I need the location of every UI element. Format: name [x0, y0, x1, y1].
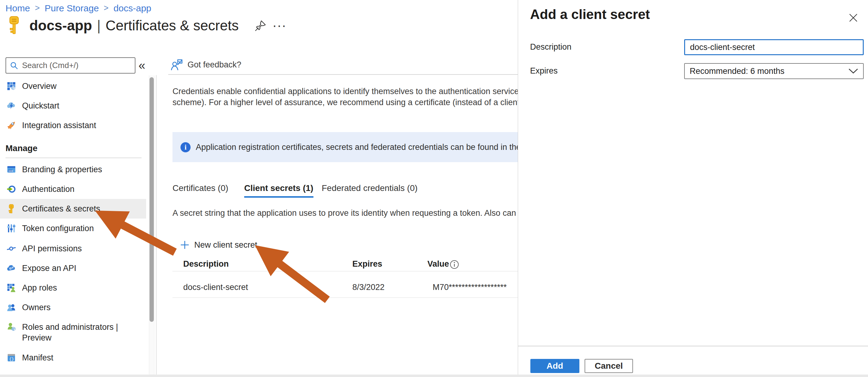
description-label: Description	[530, 42, 571, 52]
plug-icon	[7, 244, 16, 253]
divider	[518, 346, 868, 346]
people-icon	[7, 303, 16, 312]
client-secrets-description: A secret string that the application use…	[173, 208, 518, 218]
new-client-secret-button[interactable]: New client secret	[180, 238, 257, 252]
sidebar-item-owners[interactable]: Owners	[0, 298, 146, 317]
intro-text: Credentials enable confidential applicat…	[173, 86, 518, 108]
sidebar-scrollbar[interactable]	[149, 76, 154, 377]
sidebar-item-branding-properties[interactable]: www Branding & properties	[0, 160, 146, 179]
tab-federated-credentials[interactable]: Federated credentials (0)	[322, 182, 417, 196]
sidebar-item-quickstart[interactable]: Quickstart	[0, 96, 146, 116]
grid-person-icon	[7, 283, 16, 292]
browser-icon: www	[7, 165, 16, 174]
sidebar-item-expose-an-api[interactable]: Expose an API	[0, 258, 146, 278]
tab-client-secrets[interactable]: Client secrets (1)	[244, 182, 313, 198]
svg-text:{}: {}	[9, 357, 14, 361]
info-icon: i	[181, 142, 191, 152]
cell-value: M70******************	[433, 283, 507, 292]
sidebar-item-token-configuration[interactable]: Token configuration	[0, 219, 146, 238]
value-info-icon[interactable]	[450, 260, 459, 269]
sidebar-item-label: Overview	[22, 82, 57, 91]
sign-in-icon	[7, 184, 16, 194]
sidebar-section-manage: Manage	[5, 143, 37, 153]
sidebar-item-label: Certificates & secrets	[22, 204, 100, 214]
info-banner: i Application registration certificates,…	[173, 132, 518, 162]
chevron-down-icon	[848, 68, 858, 74]
expires-selected-value: Recommended: 6 months	[690, 66, 784, 76]
cell-expires: 8/3/2022	[352, 283, 384, 292]
got-feedback-button[interactable]: Got feedback?	[170, 58, 242, 71]
feedback-icon	[170, 58, 183, 71]
pin-icon[interactable]	[254, 20, 267, 32]
panel-title: Add a client secret	[530, 7, 650, 22]
column-header-expires: Expires	[352, 259, 382, 269]
description-input[interactable]	[684, 39, 864, 55]
more-options-button[interactable]: ...	[273, 15, 287, 30]
rocket-icon	[7, 121, 16, 130]
sidebar-item-label: API permissions	[22, 244, 82, 254]
sidebar-item-authentication[interactable]: Authentication	[0, 179, 146, 199]
new-client-secret-label: New client secret	[194, 240, 257, 250]
person-cube-icon	[7, 322, 16, 331]
scrollbar-thumb[interactable]	[150, 77, 154, 322]
table-divider	[173, 297, 518, 298]
key-icon	[7, 204, 16, 213]
svg-text:www: www	[8, 170, 13, 172]
expires-label: Expires	[530, 66, 558, 76]
column-header-description: Description	[183, 259, 229, 269]
table-divider	[173, 271, 518, 271]
sidebar-item-certificates-secrets[interactable]: Certificates & secrets	[0, 199, 146, 219]
close-icon[interactable]	[848, 12, 859, 23]
plus-icon	[180, 240, 189, 250]
sidebar-item-label: App roles	[22, 283, 57, 293]
sidebar-item-label: Owners	[22, 303, 51, 312]
sidebar-item-label: Integration assistant	[22, 121, 96, 130]
code-file-icon: {}	[7, 353, 16, 362]
tab-certificates[interactable]: Certificates (0)	[173, 182, 228, 196]
sidebar-item-label: Quickstart	[22, 101, 59, 111]
window-bottom-edge	[0, 375, 868, 377]
sidebar-item-label: Expose an API	[22, 264, 76, 273]
sidebar-item-label: Manifest	[22, 353, 53, 362]
quickstart-icon	[7, 101, 16, 110]
sidebar-item-api-permissions[interactable]: API permissions	[0, 239, 146, 258]
sidebar-item-overview[interactable]: Overview	[0, 76, 146, 96]
sidebar-item-label: Token configuration	[22, 224, 94, 233]
divider	[5, 157, 142, 158]
got-feedback-label: Got feedback?	[187, 60, 242, 69]
cancel-button[interactable]: Cancel	[585, 359, 633, 373]
sidebar-item-manifest[interactable]: {} Manifest	[0, 348, 146, 368]
info-banner-text: Application registration certificates, s…	[196, 132, 518, 162]
divider	[156, 75, 157, 377]
cell-description: docs-client-secret	[183, 283, 248, 292]
azure-portal-page: Home > Pure Storage > docs-app docs-app|…	[0, 0, 868, 377]
divider	[168, 74, 518, 75]
sidebar: Overview Quickstart Integration assi	[0, 0, 146, 377]
expires-select[interactable]: Recommended: 6 months	[684, 63, 864, 79]
sliders-icon	[7, 224, 16, 233]
sidebar-item-integration-assistant[interactable]: Integration assistant	[0, 116, 146, 135]
overview-icon	[7, 82, 16, 91]
sidebar-item-label: Roles and administrators | Preview	[22, 322, 118, 343]
add-button[interactable]: Add	[530, 359, 579, 373]
add-client-secret-panel: Add a client secret Description Expires …	[518, 0, 868, 377]
sidebar-item-label: Branding & properties	[22, 165, 102, 174]
sidebar-item-roles-and-administrators[interactable]: Roles and administrators | Preview	[0, 318, 146, 348]
arrow-to-new-client-secret	[246, 233, 337, 312]
sidebar-item-label: Authentication	[22, 184, 74, 194]
cloud-gears-icon	[7, 264, 16, 273]
sidebar-item-app-roles[interactable]: App roles	[0, 278, 146, 298]
column-header-value: Value	[427, 259, 449, 269]
